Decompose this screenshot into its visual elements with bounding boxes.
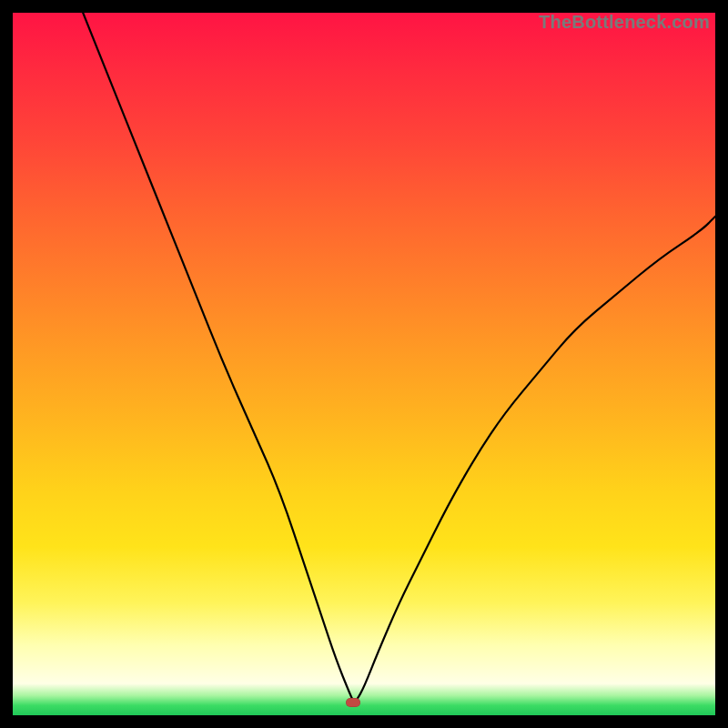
plot-area: TheBottleneck.com	[13, 13, 715, 715]
bottleneck-curve	[13, 13, 715, 715]
optimum-marker	[346, 698, 360, 707]
chart-stage: TheBottleneck.com	[0, 0, 728, 728]
watermark-text: TheBottleneck.com	[539, 12, 710, 33]
